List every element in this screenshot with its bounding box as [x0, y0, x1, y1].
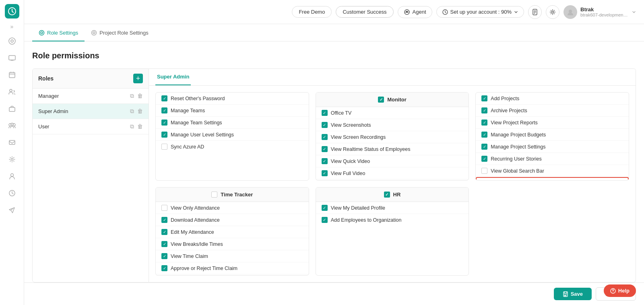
perm-checkbox-archive-projects[interactable]: ✓ [481, 107, 487, 113]
sidebar-item-person[interactable] [5, 169, 19, 183]
app-logo[interactable] [5, 4, 19, 19]
perm-checkbox-edit-attendance[interactable]: ✓ [161, 229, 167, 235]
sidebar-item-calendar[interactable] [5, 68, 19, 82]
role-item-user[interactable]: User ⧉ 🗑 [33, 119, 149, 134]
perm-checkbox-add-projects[interactable]: ✓ [481, 95, 487, 101]
perm-item-view-realtime[interactable]: ✓ View Realtime Status of Employees [316, 143, 469, 155]
sidebar-item-tv[interactable] [5, 51, 19, 65]
sidebar-item-mail[interactable] [5, 135, 19, 150]
copy-role-super-admin-icon[interactable]: ⧉ [130, 108, 134, 115]
perm-checkbox-view-global-search[interactable] [481, 168, 487, 174]
sidebar-item-settings[interactable] [5, 152, 19, 167]
perm-group-monitor-checkbox[interactable]: ✓ [378, 97, 384, 103]
perm-item-view-quick-video[interactable]: ✓ View Quick Video [316, 155, 469, 167]
svg-point-1 [9, 38, 15, 44]
perm-checkbox-recurring-user-stories[interactable]: ✓ [481, 156, 487, 162]
free-demo-button[interactable]: Free Demo [292, 6, 332, 18]
copy-role-user-icon[interactable]: ⧉ [130, 123, 134, 130]
perm-item-view-only-attendance[interactable]: View Only Attendance [156, 202, 309, 214]
perm-checkbox-view-time-claim[interactable]: ✓ [161, 253, 167, 259]
add-role-button[interactable]: + [133, 74, 143, 83]
delete-role-user-icon[interactable]: 🗑 [137, 123, 143, 130]
delete-role-manager-icon[interactable]: 🗑 [137, 93, 143, 99]
perm-item-recurring-user-stories[interactable]: ✓ Recurring User Stories [476, 153, 629, 165]
copy-role-manager-icon[interactable]: ⧉ [130, 93, 134, 99]
perm-item-view-detailed-profile[interactable]: ✓ View My Detailed Profile [316, 202, 469, 214]
setup-button[interactable]: Set up your account : 90% [436, 6, 524, 18]
help-button[interactable]: Help [604, 284, 636, 297]
sidebar-item-clock[interactable] [5, 186, 19, 200]
perm-checkbox-view-full-video[interactable]: ✓ [322, 170, 328, 176]
perm-item-add-claimed-time[interactable]: ✓ Add Claimed Time as Working Tim... [156, 274, 309, 276]
sidebar-more[interactable]: » [10, 23, 14, 30]
perm-item-download-attendance[interactable]: ✓ Download Attendance [156, 214, 309, 226]
perm-checkbox-reset-password[interactable]: ✓ [161, 95, 167, 101]
perm-checkbox-manage-user-level[interactable]: ✓ [161, 132, 167, 138]
perm-item-manage-project-budgets[interactable]: ✓ Manage Project Budgets [476, 129, 629, 141]
perm-item-reset-password[interactable]: ✓ Reset Other's Password [156, 93, 309, 105]
perm-item-manage-project-settings[interactable]: ✓ Manage Project Settings [476, 141, 629, 153]
perm-item-add-employees[interactable]: ✓ Add Employees to Organization [316, 214, 469, 226]
perm-item-view-time-claim[interactable]: ✓ View Time Claim [156, 250, 309, 262]
perm-item-manage-teams[interactable]: ✓ Manage Teams [156, 105, 309, 117]
perm-item-add-projects[interactable]: ✓ Add Projects [476, 93, 629, 105]
permissions-panel: Super Admin ✓ Reset Other's Password ✓ M… [149, 68, 636, 282]
svg-point-21 [92, 31, 97, 35]
perm-item-manage-user-level[interactable]: ✓ Manage User Level Settings [156, 129, 309, 141]
gear-icon-button[interactable] [546, 5, 559, 19]
agent-button[interactable]: Agent [398, 6, 432, 18]
perm-item-office-tv[interactable]: ✓ Office TV [316, 107, 469, 119]
customer-success-button[interactable]: Customer Success [336, 6, 393, 18]
delete-role-super-admin-icon[interactable]: 🗑 [137, 108, 143, 115]
perm-item-approve-time-claim[interactable]: ✓ Approve or Reject Time Claim [156, 262, 309, 274]
perm-item-view-full-video[interactable]: ✓ View Full Video [316, 167, 469, 179]
perm-checkbox-view-screenshots[interactable]: ✓ [322, 122, 328, 128]
sidebar-item-send[interactable] [5, 203, 19, 217]
sidebar-item-dashboard[interactable] [5, 34, 19, 48]
perm-checkbox-view-realtime[interactable]: ✓ [322, 146, 328, 152]
perm-item-edit-attendance[interactable]: ✓ Edit My Attendance [156, 226, 309, 238]
sidebar-item-groups[interactable] [5, 118, 19, 133]
perm-checkbox-view-recordings[interactable]: ✓ [322, 134, 328, 140]
perm-checkbox-add-employees[interactable]: ✓ [322, 217, 328, 223]
perm-checkbox-office-tv[interactable]: ✓ [322, 110, 328, 116]
perm-label-view-project-reports: View Project Reports [491, 120, 623, 126]
perm-item-sync-azure[interactable]: Sync Azure AD [156, 141, 309, 152]
user-email: btrak607-development@gm... [580, 12, 629, 17]
sidebar-item-briefcase[interactable] [5, 101, 19, 116]
perm-item-manage-team-settings[interactable]: ✓ Manage Team Settings [156, 117, 309, 129]
perm-item-view-breaks[interactable]: ✓ View Breaks/Idle Times [156, 238, 309, 250]
perm-checkbox-view-quick-video[interactable]: ✓ [322, 158, 328, 164]
perm-checkbox-download-attendance[interactable]: ✓ [161, 217, 167, 223]
tab-role-settings[interactable]: Role Settings [32, 24, 85, 41]
role-item-manager[interactable]: Manager ⧉ 🗑 [33, 89, 149, 104]
perm-checkbox-view-detailed-profile[interactable]: ✓ [322, 205, 328, 211]
user-info: Btrak btrak607-development@gm... [580, 6, 629, 17]
perm-checkbox-view-breaks[interactable]: ✓ [161, 241, 167, 247]
perm-item-view-global-search[interactable]: View Global Search Bar [476, 165, 629, 177]
perm-group-time-tracker-checkbox[interactable] [211, 192, 217, 198]
tab-project-role-settings[interactable]: Project Role Settings [85, 24, 155, 41]
perm-group-hr-checkbox[interactable]: ✓ [384, 192, 390, 198]
user-menu[interactable]: Btrak btrak607-development@gm... [564, 5, 636, 19]
perm-checkbox-manage-teams[interactable]: ✓ [161, 107, 167, 113]
perm-checkbox-approve-time-claim[interactable]: ✓ [161, 265, 167, 271]
role-item-super-admin[interactable]: Super Admin ⧉ 🗑 [33, 104, 149, 119]
perm-checkbox-manage-project-budgets[interactable]: ✓ [481, 132, 487, 138]
perm-group-time-tracker-label: Time Tracker [221, 192, 253, 198]
perm-checkbox-manage-project-settings[interactable]: ✓ [481, 144, 487, 150]
perm-checkbox-view-only-attendance[interactable] [161, 205, 167, 211]
perm-item-view-screenshots[interactable]: ✓ View Screenshots [316, 119, 469, 131]
perm-item-download-monitoring[interactable]: ✓ Download Monitoring Data [316, 179, 469, 181]
perm-checkbox-sync-azure[interactable] [161, 144, 167, 150]
perm-checkbox-view-project-reports[interactable]: ✓ [481, 120, 487, 126]
perm-label-manage-teams: Manage Teams [171, 108, 303, 113]
perm-checkbox-manage-team-settings[interactable]: ✓ [161, 120, 167, 126]
perm-item-archive-projects[interactable]: ✓ Archive Projects [476, 105, 629, 117]
perm-item-view-timesheet-approvals[interactable]: ✓ View Time Sheet Approvals 👁 [476, 177, 629, 181]
sidebar-item-users[interactable] [5, 84, 19, 99]
perm-item-view-recordings[interactable]: ✓ View Screen Recordings [316, 131, 469, 143]
document-icon-button[interactable] [528, 5, 542, 19]
perm-item-view-project-reports[interactable]: ✓ View Project Reports [476, 117, 629, 129]
save-button[interactable]: Save [554, 288, 592, 300]
